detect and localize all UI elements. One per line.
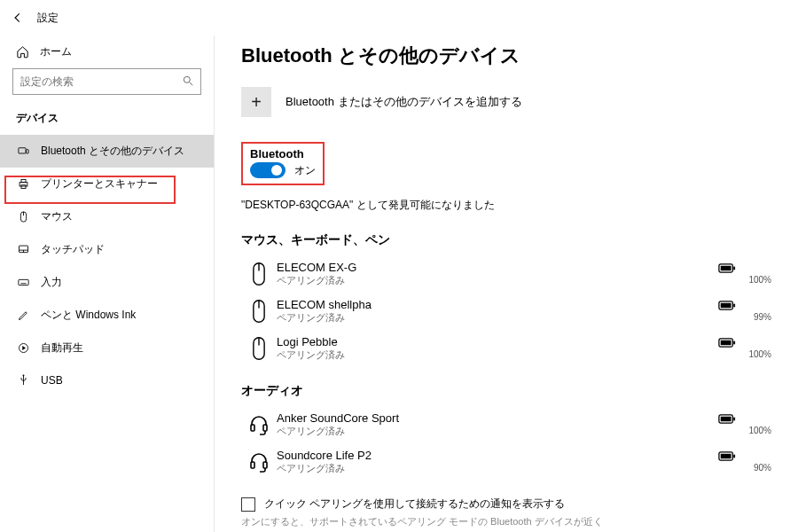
svg-rect-25 — [721, 303, 732, 308]
sidebar-item-autoplay[interactable]: 自動再生 — [0, 332, 214, 364]
keyboard-icon — [16, 276, 30, 289]
svg-rect-21 — [733, 267, 735, 270]
page-title: Bluetooth とその他のデバイス — [241, 43, 771, 69]
svg-rect-12 — [18, 279, 27, 285]
svg-rect-20 — [721, 266, 732, 270]
window-title: 設定 — [37, 11, 59, 26]
device-row[interactable]: ELECOM EX-Gペアリング済み100% — [241, 255, 771, 293]
discoverable-text: "DESKTOP-63QCGAA" として発見可能になりました — [241, 198, 771, 213]
sidebar-item-label: プリンターとスキャナー — [41, 176, 158, 192]
device-name: ELECOM EX-G — [277, 261, 718, 274]
back-button[interactable] — [11, 12, 25, 24]
device-battery: 100% — [718, 263, 771, 285]
device-icon — [241, 450, 277, 473]
sidebar-item-label: 自動再生 — [41, 340, 83, 356]
device-row[interactable]: Logi Pebbleペアリング済み100% — [241, 330, 771, 367]
sidebar-item-bluetooth[interactable]: Bluetooth とその他のデバイス — [0, 135, 214, 168]
svg-rect-32 — [251, 425, 254, 431]
svg-rect-2 — [18, 148, 25, 153]
device-battery: 100% — [718, 338, 771, 359]
usb-icon — [16, 373, 30, 387]
sidebar-item-usb[interactable]: USB — [0, 364, 214, 395]
device-status: ペアリング済み — [277, 274, 718, 287]
home-label: ホーム — [40, 44, 72, 59]
svg-rect-6 — [21, 185, 26, 189]
touchpad-icon — [16, 243, 30, 256]
device-status: ペアリング済み — [277, 462, 718, 475]
svg-rect-26 — [733, 304, 735, 308]
svg-rect-31 — [733, 341, 735, 345]
add-device-button[interactable]: + Bluetooth またはその他のデバイスを追加する — [241, 87, 771, 117]
device-row[interactable]: Anker SoundCore Sportペアリング済み100% — [241, 406, 771, 443]
bluetooth-label: Bluetooth — [250, 147, 316, 160]
svg-rect-37 — [251, 462, 254, 468]
sidebar: ホーム デバイス Bluetooth とその他のデバイス プリンターとスキャナー… — [0, 35, 215, 532]
search-icon — [182, 74, 194, 87]
svg-rect-40 — [721, 454, 732, 458]
home-link[interactable]: ホーム — [0, 41, 214, 68]
sidebar-item-printers[interactable]: プリンターとスキャナー — [0, 168, 214, 200]
sidebar-item-label: マウス — [41, 209, 73, 224]
devices-icon — [16, 145, 30, 158]
svg-rect-38 — [263, 462, 267, 468]
sidebar-item-label: 入力 — [41, 275, 62, 290]
quick-pair-checkbox-row[interactable]: クイック ペアリングを使用して接続するための通知を表示する — [241, 497, 771, 512]
sidebar-category: デバイス — [0, 106, 214, 135]
svg-rect-3 — [26, 150, 28, 153]
device-status: ペアリング済み — [277, 348, 718, 362]
sidebar-item-mouse[interactable]: マウス — [0, 200, 214, 233]
search-input[interactable] — [12, 68, 201, 95]
svg-rect-5 — [21, 180, 26, 183]
svg-rect-35 — [721, 417, 732, 421]
sidebar-item-pen[interactable]: ペンと Windows Ink — [0, 299, 214, 332]
device-status: ペアリング済み — [277, 311, 718, 325]
svg-point-0 — [184, 76, 190, 82]
device-name: ELECOM shellpha — [277, 298, 718, 311]
sidebar-item-touchpad[interactable]: タッチパッド — [0, 233, 214, 266]
bluetooth-toggle[interactable] — [250, 162, 286, 178]
device-icon — [241, 336, 277, 361]
main-content: Bluetooth とその他のデバイス + Bluetooth またはその他のデ… — [215, 35, 798, 532]
device-name: Logi Pebble — [277, 335, 718, 348]
device-row[interactable]: ELECOM shellphaペアリング済み99% — [241, 293, 771, 330]
svg-rect-36 — [733, 418, 735, 421]
quick-pair-label: クイック ペアリングを使用して接続するための通知を表示する — [264, 497, 565, 512]
group-mouse-heading: マウス、キーボード、ペン — [241, 232, 771, 248]
device-icon — [241, 262, 277, 286]
device-battery: 99% — [718, 301, 771, 322]
autoplay-icon — [16, 341, 30, 355]
bluetooth-highlight: Bluetooth オン — [241, 142, 325, 185]
svg-rect-33 — [263, 425, 267, 431]
printer-icon — [16, 177, 30, 191]
plus-icon: + — [241, 87, 271, 117]
sidebar-item-label: タッチパッド — [41, 242, 105, 257]
device-name: Soundcore Life P2 — [277, 449, 718, 462]
device-battery: 90% — [718, 451, 771, 473]
add-device-label: Bluetooth またはその他のデバイスを追加する — [286, 94, 522, 110]
sidebar-item-typing[interactable]: 入力 — [0, 266, 214, 299]
checkbox-icon — [241, 497, 255, 512]
group-audio-heading: オーディオ — [241, 383, 771, 399]
arrow-left-icon — [12, 12, 24, 24]
device-status: ペアリング済み — [277, 425, 718, 438]
svg-point-16 — [22, 375, 24, 377]
svg-line-1 — [190, 82, 193, 86]
device-icon — [241, 299, 277, 324]
sidebar-item-label: ペンと Windows Ink — [41, 308, 136, 323]
sidebar-item-label: Bluetooth とその他のデバイス — [41, 144, 184, 159]
quick-pair-hint: オンにすると、サポートされているペアリング モードの Bluetooth デバイ… — [241, 515, 771, 528]
bluetooth-state: オン — [294, 163, 316, 178]
device-battery: 100% — [718, 414, 771, 435]
svg-rect-41 — [733, 455, 735, 458]
device-icon — [241, 413, 277, 436]
svg-rect-30 — [721, 340, 732, 345]
home-icon — [16, 45, 29, 59]
pen-icon — [16, 309, 30, 322]
mouse-icon — [16, 210, 30, 223]
svg-rect-4 — [20, 183, 27, 186]
device-name: Anker SoundCore Sport — [277, 411, 718, 425]
device-row[interactable]: Soundcore Life P2ペアリング済み90% — [241, 443, 771, 481]
sidebar-item-label: USB — [41, 374, 63, 387]
